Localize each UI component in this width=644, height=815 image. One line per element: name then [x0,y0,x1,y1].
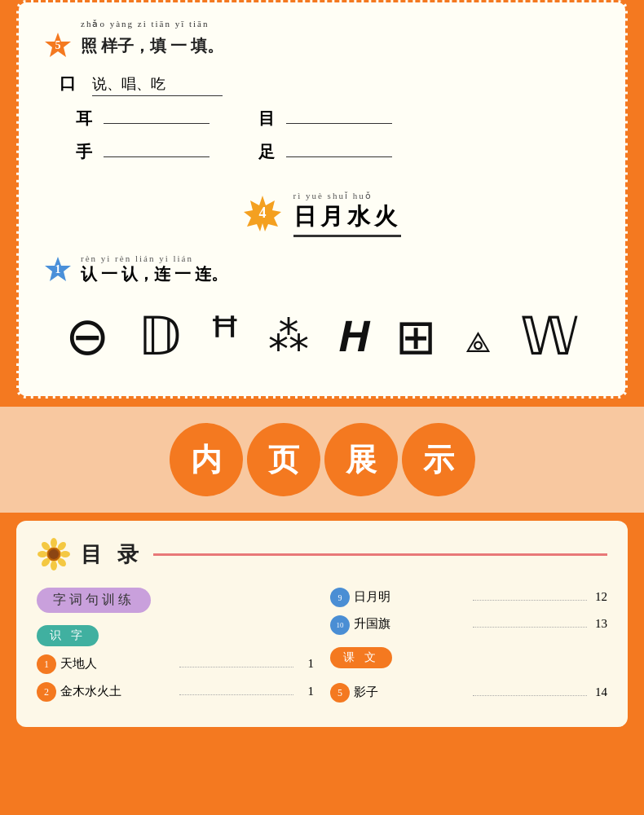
svg-point-11 [51,561,57,570]
exercise5-header: 5 照 样子，填 一 填。 [43,31,601,60]
oracle-char-1: ⊖ [65,306,109,368]
toc-card: 目 录 字词句训练 识 字 1 天地人 1 [16,521,628,727]
svg-point-13 [37,551,47,557]
exercise5-instruction: 照 样子，填 一 填。 [81,35,223,57]
badge-1: 1 [43,255,73,284]
sub-badge-recognize: 识 字 [37,625,99,646]
fill-pair-row1: 耳 目 [76,108,601,141]
svg-text:1: 1 [55,263,61,275]
example-row: 口 说、唱、吃 [60,73,601,96]
toc-text-10: 升国旗 [354,616,469,632]
toc-num-5: 5 [330,683,350,703]
hand-char: 手 [76,141,99,163]
foot-char: 足 [258,141,281,163]
toc-item-left-2: 2 金木水火土 1 [37,682,314,702]
sub-badge-article: 课 文 [330,647,392,668]
middle-section: 内 页 展 示 [0,407,644,513]
toc-title: 目 录 [81,540,143,569]
toc-item-left-1: 1 天地人 1 [37,654,314,674]
toc-divider [153,553,608,556]
ear-char: 耳 [76,108,99,130]
title-circle-4: 示 [402,423,475,496]
foot-answer [286,155,392,157]
toc-dots-5 [473,695,588,696]
exercise1-header: 1 rèn yi rèn lián yi lián 认 一 认，连 一 连。 [43,253,601,285]
section-badge-vocab: 字词句训练 [37,588,151,613]
toc-header: 目 录 [37,537,607,571]
example-answer: 说、唱、吃 [92,74,223,96]
toc-text-1: 天地人 [60,656,175,672]
title-char-4: 示 [423,439,454,481]
toc-num-1: 1 [37,654,56,674]
toc-num-2: 2 [37,682,56,702]
hand-row: 手 [76,141,210,163]
toc-content: 字词句训练 识 字 1 天地人 1 2 金木水火土 [37,588,607,711]
svg-point-7 [51,538,57,548]
oracle-char-5: 𝙃 [337,311,367,363]
eye-answer [286,121,392,124]
badge-5: 5 [43,31,73,60]
example-char: 口 [60,73,82,95]
title-circle-2: 页 [247,423,320,496]
exercise1-text: rèn yi rèn lián yi lián 认 一 认，连 一 连。 [81,253,227,285]
sunflower-icon [37,537,71,571]
toc-page-5: 14 [591,685,607,699]
oracle-chars-row: ⊖ 𝔻 ꟸ ⁂ 𝙃 ⊞ ⟁ 𝕎 [43,293,601,380]
foot-row: 足 [258,141,392,163]
toc-left-col: 字词句训练 识 字 1 天地人 1 2 金木水火土 [37,588,314,711]
bottom-section: 目 录 字词句训练 识 字 1 天地人 1 [0,513,644,743]
exercise4-text: 日月水火 [293,201,401,237]
toc-num-9: 9 [330,588,350,607]
oracle-char-6: ⊞ [395,308,436,366]
flower-badge-4: 4 [244,194,281,231]
toc-text-2: 金木水火土 [60,684,175,699]
oracle-char-7: ⟁ [465,311,492,363]
toc-right-col: 9 日月明 12 10 升国旗 13 课 文 [330,588,607,711]
title-char-3: 展 [346,439,377,481]
toc-dots-10 [473,627,588,628]
title-char-2: 页 [268,439,299,481]
exercise-card: zhǎo yàng zi tiān yī tiān 5 照 样子，填 一 填。 … [16,0,628,399]
toc-page-2: 1 [298,685,314,698]
eye-char: 目 [258,108,281,130]
toc-page-1: 1 [298,657,314,671]
exercise4-badge-wrap: 4 [244,194,281,235]
oracle-char-3: ꟸ [210,306,240,368]
toc-item-right-2: 10 升国旗 13 [330,615,607,635]
oracle-char-4: ⁂ [268,313,309,360]
ear-answer [104,121,210,124]
svg-point-9 [60,551,70,557]
exercise4-container: 4 rì yuè shuǐ huǒ 日月水火 [43,191,601,237]
toc-item-right-1: 9 日月明 12 [330,588,607,607]
toc-dots-9 [473,600,588,601]
svg-text:5: 5 [55,39,61,51]
exercise4-pinyin: rì yuè shuǐ huǒ [293,191,401,201]
exercise1-pinyin: rèn yi rèn lián yi lián [81,253,227,263]
toc-text-5: 影子 [354,685,469,700]
title-circle-1: 内 [170,423,243,496]
fill-section: 口 说、唱、吃 耳 目 手 [60,73,601,174]
toc-page-10: 13 [591,617,607,631]
hand-answer [104,155,210,157]
svg-point-16 [49,549,59,559]
title-circles: 内 页 展 示 [170,423,475,496]
fill-pair-row2: 手 足 [76,141,601,174]
title-circle-3: 展 [324,423,398,496]
toc-num-10: 10 [330,615,350,635]
exercise5-pinyin: zhǎo yàng zi tiān yī tiān [81,19,601,29]
svg-text:4: 4 [258,205,266,221]
eye-row: 目 [258,108,392,130]
toc-text-9: 日月明 [354,589,469,605]
exercise1-instruction: 认 一 认，连 一 连。 [81,265,227,283]
exercise4-text-wrap: rì yuè shuǐ huǒ 日月水火 [293,191,401,237]
oracle-char-8: 𝕎 [520,306,579,368]
title-char-1: 内 [191,439,222,481]
ear-row: 耳 [76,108,210,130]
oracle-char-2: 𝔻 [138,306,181,368]
toc-dots-2 [179,694,294,695]
toc-page-9: 12 [591,590,607,604]
toc-dots-1 [179,667,294,667]
top-section: zhǎo yàng zi tiān yī tiān 5 照 样子，填 一 填。 … [0,0,644,407]
toc-item-right-3: 5 影子 14 [330,683,607,703]
